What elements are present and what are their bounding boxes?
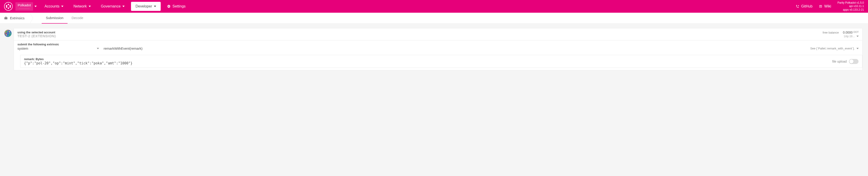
- call-dropdown[interactable]: remarkWithEvent(remark): [101, 46, 807, 51]
- nav-settings[interactable]: Settings: [162, 0, 191, 13]
- svg-point-5: [9, 33, 10, 34]
- file-upload-toggle[interactable]: [849, 59, 859, 64]
- address-short: 1Ap 19…: [844, 35, 855, 38]
- nav-right: GitHub Wiki Parity Polkadot v1.5.0 api v…: [796, 1, 864, 12]
- tab-submission[interactable]: Submission: [42, 13, 67, 24]
- chevron-down-icon[interactable]: [857, 48, 859, 49]
- chevron-down-icon: [89, 6, 91, 7]
- balance-label: free balance: [823, 31, 839, 34]
- git-branch-icon: [796, 4, 799, 8]
- call-hint: See [`Pallet::remark_with_event`].: [807, 47, 859, 50]
- pallet-value: system: [18, 46, 101, 51]
- file-upload-label: file upload: [832, 60, 847, 63]
- sub-navigation: Extrinsics Submission Decode: [0, 13, 868, 24]
- account-label: using the selected account: [18, 31, 56, 34]
- call-value: remarkWithEvent(remark): [101, 46, 807, 51]
- svg-point-2: [9, 31, 10, 32]
- chain-name: Polkadot: [18, 3, 31, 7]
- param-label: remark: Bytes: [24, 57, 832, 61]
- nav-network[interactable]: Network: [68, 0, 96, 13]
- chevron-down-icon[interactable]: [857, 36, 859, 37]
- chevron-down-icon: [122, 6, 125, 7]
- version-apps: apps v0.133.2-21: [837, 8, 864, 12]
- nav-governance-label: Governance: [101, 4, 121, 8]
- tab-decode[interactable]: Decode: [67, 13, 88, 24]
- param-panel: remark: Bytes {"p":"pol-20","op":"mint",…: [20, 55, 862, 68]
- breadcrumb-arrow: [30, 13, 35, 24]
- extrinsics-icon: [4, 16, 8, 20]
- svg-point-7: [7, 35, 8, 36]
- tab-decode-label: Decode: [72, 16, 84, 20]
- content-area: using the selected account TEST-2 (EXTEN…: [0, 24, 868, 75]
- nav-network-label: Network: [73, 4, 87, 8]
- call-hint-text: See [`Pallet::remark_with_event`].: [810, 47, 855, 50]
- balance-value: 0.0000: [843, 31, 852, 34]
- chevron-down-icon: [97, 48, 99, 49]
- pallet-dropdown[interactable]: system: [18, 46, 101, 51]
- svg-point-3: [5, 33, 7, 34]
- balance-box: free balance 0.0000 DOT 1Ap 19…: [823, 31, 859, 38]
- account-name[interactable]: TEST-2 (EXTENSION): [18, 34, 56, 38]
- polkadot-logo[interactable]: [4, 2, 13, 11]
- chain-selector[interactable]: Polkadot ············: [16, 2, 33, 11]
- nav-settings-label: Settings: [173, 4, 186, 8]
- chevron-down-icon: [154, 6, 156, 7]
- extrinsic-panel: submit the following extrinsic system re…: [13, 40, 863, 70]
- breadcrumb-label: Extrinsics: [10, 16, 25, 20]
- identicon: [4, 30, 11, 37]
- book-icon: [819, 4, 823, 8]
- remark-input[interactable]: {"p":"pol-20","op":"mint","tick":"poka",…: [24, 61, 832, 65]
- version-api: api v10.11.1: [837, 4, 864, 8]
- nav-accounts-label: Accounts: [44, 4, 59, 8]
- balance-unit: DOT: [854, 31, 859, 33]
- chain-address: ············: [19, 7, 30, 10]
- svg-point-6: [6, 34, 7, 35]
- chevron-down-icon: [34, 6, 37, 7]
- github-link[interactable]: GitHub: [796, 4, 812, 8]
- svg-point-0: [6, 31, 7, 32]
- account-panel: using the selected account TEST-2 (EXTEN…: [13, 28, 863, 40]
- chevron-down-icon: [61, 6, 63, 7]
- svg-point-4: [7, 33, 8, 34]
- nav-accounts[interactable]: Accounts: [39, 0, 68, 13]
- nav-developer-label: Developer: [135, 4, 152, 8]
- breadcrumb[interactable]: Extrinsics: [4, 16, 30, 20]
- tab-submission-label: Submission: [46, 16, 63, 20]
- main-nav: Accounts Network Governance Developer Se…: [39, 0, 190, 13]
- nav-developer[interactable]: Developer: [131, 2, 161, 11]
- wiki-label: Wiki: [824, 4, 831, 8]
- nav-governance[interactable]: Governance: [96, 0, 130, 13]
- file-upload-box: file upload: [832, 59, 859, 64]
- gear-icon: [167, 4, 170, 8]
- github-label: GitHub: [801, 4, 812, 8]
- version-info: Parity Polkadot v1.5.0 api v10.11.1 apps…: [837, 1, 864, 12]
- version-node: Parity Polkadot v1.5.0: [837, 1, 864, 5]
- top-navigation: Polkadot ············ Accounts Network G…: [0, 0, 868, 13]
- extrinsic-label: submit the following extrinsic: [18, 42, 859, 46]
- svg-point-8: [9, 34, 10, 35]
- svg-point-1: [7, 31, 8, 32]
- wiki-link[interactable]: Wiki: [819, 4, 831, 8]
